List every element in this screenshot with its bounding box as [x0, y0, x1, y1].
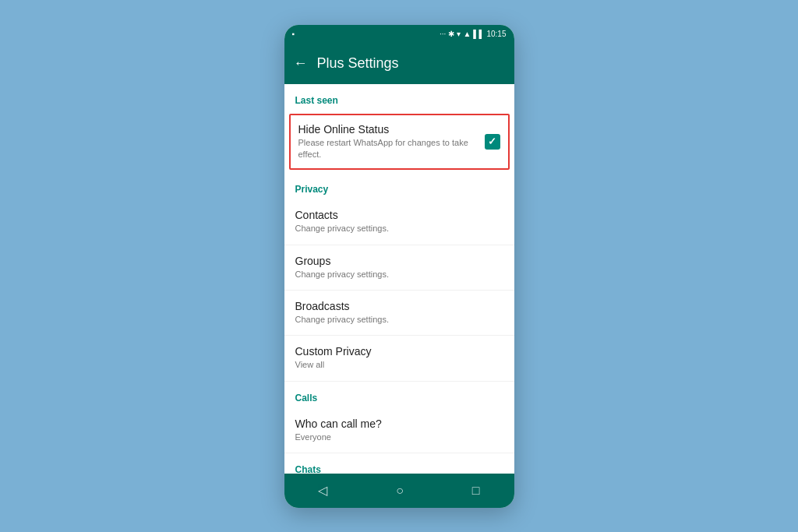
dots-icon: ··· [440, 30, 446, 38]
groups-title: Groups [295, 255, 503, 267]
notification-icon: ▪ [292, 30, 295, 38]
setting-item-custom-privacy[interactable]: Custom Privacy View all [284, 336, 514, 381]
section-header-chats: Chats [284, 453, 514, 473]
checkbox-hide-online-status[interactable] [485, 134, 500, 150]
time-display: 10:15 [486, 30, 506, 38]
broadcasts-title: Broadcasts [295, 300, 503, 312]
setting-item-text: Hide Online Status Please restart WhatsA… [298, 123, 485, 161]
status-bar-left: ▪ [292, 30, 295, 38]
broadcasts-subtitle: Change privacy settings. [295, 314, 503, 326]
status-bar-right: ··· ✱ ▾ ▲ ▌▌ 10:15 [440, 30, 506, 38]
back-nav-icon[interactable]: ◁ [318, 483, 327, 498]
wifi-icon: ▾ [457, 30, 461, 38]
home-nav-icon[interactable]: ○ [396, 484, 404, 498]
setting-item-broadcasts[interactable]: Broadcasts Change privacy settings. [284, 291, 514, 336]
battery-icon: ▌▌ [473, 30, 484, 38]
contacts-subtitle: Change privacy settings. [295, 223, 503, 234]
setting-item-text: Groups Change privacy settings. [295, 255, 503, 280]
phone-container: ▪ ··· ✱ ▾ ▲ ▌▌ 10:15 ← Plus Settings Las… [284, 25, 514, 508]
signal-icon: ▲ [463, 30, 471, 38]
bottom-nav: ◁ ○ □ [284, 474, 514, 508]
status-bar: ▪ ··· ✱ ▾ ▲ ▌▌ 10:15 [284, 25, 514, 44]
recent-nav-icon[interactable]: □ [472, 484, 480, 498]
setting-item-hide-online-status[interactable]: Hide Online Status Please restart WhatsA… [289, 114, 510, 171]
section-header-calls: Calls [284, 382, 514, 408]
setting-item-who-can-call[interactable]: Who can call me? Everyone [284, 408, 514, 453]
hide-online-status-title: Hide Online Status [298, 123, 485, 136]
section-header-last-seen: Last seen [284, 84, 514, 111]
custom-privacy-subtitle: View all [295, 359, 503, 371]
setting-item-text: Contacts Change privacy settings. [295, 209, 503, 234]
custom-privacy-title: Custom Privacy [295, 345, 503, 358]
who-can-call-title: Who can call me? [295, 417, 503, 430]
hide-online-status-subtitle: Please restart WhatsApp for changes to t… [298, 137, 485, 161]
setting-item-groups[interactable]: Groups Change privacy settings. [284, 245, 514, 291]
groups-subtitle: Change privacy settings. [295, 269, 503, 280]
who-can-call-subtitle: Everyone [295, 432, 503, 443]
back-button[interactable]: ← [294, 55, 308, 72]
setting-item-text: Custom Privacy View all [295, 345, 503, 371]
section-header-privacy: Privacy [284, 173, 514, 199]
setting-item-text: Broadcasts Change privacy settings. [295, 300, 503, 326]
setting-item-contacts[interactable]: Contacts Change privacy settings. [284, 199, 514, 245]
settings-content: Last seen Hide Online Status Please rest… [284, 84, 514, 474]
contacts-title: Contacts [295, 209, 503, 221]
bluetooth-icon: ✱ [448, 30, 454, 38]
page-title: Plus Settings [317, 55, 399, 72]
top-bar: ← Plus Settings [284, 44, 514, 84]
setting-item-text: Who can call me? Everyone [295, 417, 503, 443]
